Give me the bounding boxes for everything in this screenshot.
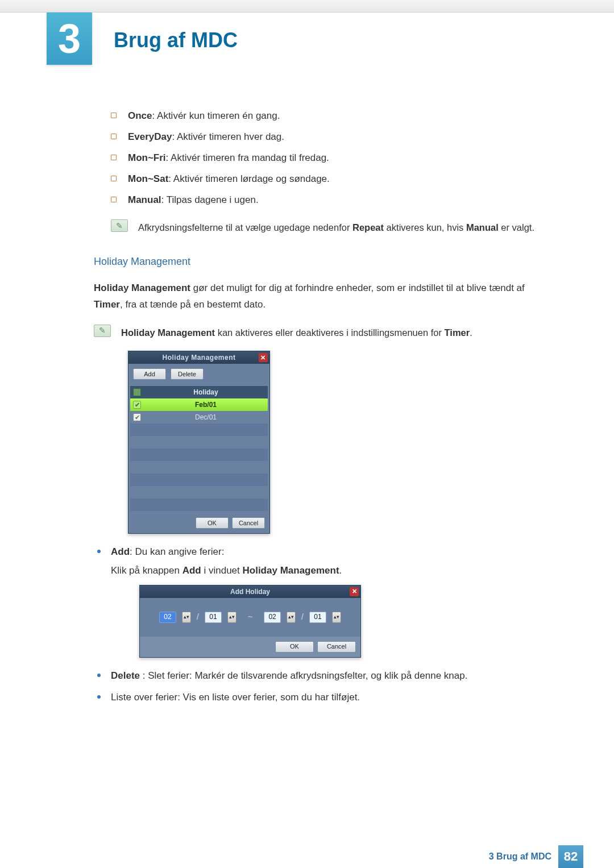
text-bold: Holiday Management	[94, 283, 190, 293]
table-row[interactable]: ✔ Feb/01	[130, 398, 268, 411]
page-root: 3 Brug af MDC Once: Aktivér kun timeren …	[0, 0, 614, 868]
text-bold: Repeat	[352, 222, 384, 232]
text-bold: Holiday Management	[243, 565, 339, 576]
chapter-badge: 3	[47, 13, 92, 65]
spinner-icon[interactable]: ▴▾	[332, 612, 341, 623]
repeat-option: Manual: Tilpas dagene i ugen.	[128, 192, 554, 209]
add-button[interactable]: Add	[133, 368, 166, 380]
text: .	[339, 565, 342, 576]
option-desc: : Aktivér timeren fra mandag til fredag.	[166, 152, 329, 163]
table-row-empty	[130, 423, 268, 436]
chapter-number: 3	[58, 15, 81, 62]
sub-text: Klik på knappen Add i vinduet Holiday Ma…	[111, 563, 554, 579]
dialog-title: Add Holiday	[230, 586, 270, 597]
note-icon: ✎	[94, 325, 111, 337]
spinner-icon[interactable]: ▴▾	[287, 612, 296, 623]
repeat-option: Once: Aktivér kun timeren én gang.	[128, 108, 554, 124]
column-header: Holiday	[144, 387, 268, 398]
list-item: Liste over ferier: Vis en liste over fer…	[105, 690, 554, 706]
cancel-button[interactable]: Cancel	[317, 641, 356, 653]
ok-button[interactable]: OK	[275, 641, 314, 653]
day-start-field[interactable]: 01	[205, 612, 222, 623]
header-check[interactable]	[130, 388, 144, 396]
hm-intro: Holiday Management gør det muligt for di…	[94, 280, 554, 313]
text: Klik på knappen	[111, 565, 182, 576]
footer-label: 3 Brug af MDC	[489, 852, 551, 862]
note-row: ✎ Afkrydsningsfelterne til at vælge uged…	[94, 219, 554, 235]
table-row[interactable]: ✔ Dec/01	[130, 411, 268, 423]
top-bar	[0, 0, 614, 13]
option-label: Mon~Sat	[128, 173, 168, 184]
text: , fra at tænde på en bestemt dato.	[120, 299, 265, 310]
text-bold: Add	[111, 546, 130, 557]
table-row-empty	[130, 486, 268, 499]
day-end-field[interactable]: 01	[309, 612, 326, 623]
page-footer: 3 Brug af MDC 82	[0, 845, 614, 868]
holiday-table: Holiday ✔ Feb/01 ✔ Dec/01	[128, 384, 269, 513]
text: : Du kan angive ferier:	[130, 546, 224, 557]
dialog-titlebar: Add Holiday ✕	[140, 585, 360, 598]
add-holiday-dialog: Add Holiday ✕ 02 ▴▾ / 01 ▴▾ ~ 02 ▴▾ / 01	[139, 585, 361, 658]
separator: /	[301, 610, 304, 624]
month-end-field[interactable]: 02	[264, 612, 281, 623]
dialog-toolbar: Add Delete	[128, 364, 269, 384]
holiday-management-dialog: Holiday Management ✕ Add Delete Holiday …	[128, 351, 270, 534]
spinner-icon[interactable]: ▴▾	[227, 612, 237, 623]
table-row-empty	[130, 436, 268, 448]
table-row-empty	[130, 474, 268, 486]
list-item: Delete : Slet ferier: Markér de tilsvare…	[105, 668, 554, 684]
close-icon[interactable]: ✕	[350, 587, 359, 596]
option-label: Manual	[128, 194, 161, 205]
repeat-option: Mon~Fri: Aktivér timeren fra mandag til …	[128, 150, 554, 167]
option-desc: : Aktivér kun timeren én gang.	[152, 110, 280, 121]
text: kan aktiveres eller deaktiveres i indsti…	[215, 327, 445, 338]
option-label: EveryDay	[128, 131, 172, 142]
text: Liste over ferier: Vis en liste over fer…	[111, 692, 360, 703]
text-bold: Delete	[111, 670, 140, 681]
row-value: Feb/01	[144, 399, 268, 410]
text-bold: Holiday Management	[121, 327, 215, 338]
text-bold: Timer	[445, 327, 470, 338]
delete-button[interactable]: Delete	[171, 368, 204, 380]
text-bold: Add	[182, 565, 201, 576]
month-start-field[interactable]: 02	[159, 612, 176, 623]
chapter-title: Brug af MDC	[114, 28, 238, 52]
table-row-empty	[130, 499, 268, 511]
row-value: Dec/01	[144, 412, 268, 423]
text-bold: Timer	[94, 299, 120, 310]
content: Once: Aktivér kun timeren én gang. Every…	[94, 108, 554, 712]
tilde-separator: ~	[242, 610, 258, 624]
repeat-option: Mon~Sat: Aktivér timeren lørdage og sønd…	[128, 171, 554, 188]
table-header-row: Holiday	[130, 386, 268, 398]
note-icon: ✎	[111, 219, 128, 232]
table-row-empty	[130, 448, 268, 461]
text: gør det muligt for dig at forhindre enhe…	[190, 283, 525, 293]
repeat-option: EveryDay: Aktivér timeren hver dag.	[128, 129, 554, 146]
note-row: ✎ Holiday Management kan aktiveres eller…	[94, 325, 554, 340]
text: Afkrydsningsfelterne til at vælge ugedag…	[138, 222, 352, 232]
cancel-button[interactable]: Cancel	[232, 517, 265, 529]
text: i vinduet	[201, 565, 243, 576]
close-icon[interactable]: ✕	[259, 353, 268, 362]
bullet-list: Add: Du kan angive ferier: Klik på knapp…	[94, 544, 554, 706]
option-label: Once	[128, 110, 152, 121]
note-text: Afkrydsningsfelterne til at vælge ugedag…	[138, 219, 554, 235]
page-number: 82	[558, 845, 583, 868]
repeat-options-list: Once: Aktivér kun timeren én gang. Every…	[94, 108, 554, 208]
dialog-footer: OK Cancel	[140, 637, 360, 657]
text: : Slet ferier: Markér de tilsvarende afk…	[140, 670, 467, 681]
table-row-empty	[130, 461, 268, 474]
option-desc: : Aktivér timeren lørdage og søndage.	[168, 173, 329, 184]
spinner-icon[interactable]: ▴▾	[182, 612, 191, 623]
row-checkbox[interactable]: ✔	[130, 413, 144, 421]
ok-button[interactable]: OK	[196, 517, 229, 529]
option-desc: : Aktivér timeren hver dag.	[172, 131, 284, 142]
text: .	[470, 327, 472, 338]
separator: /	[197, 610, 199, 624]
dialog-footer: OK Cancel	[128, 513, 269, 533]
dialog-body: 02 ▴▾ / 01 ▴▾ ~ 02 ▴▾ / 01 ▴▾	[140, 598, 360, 637]
option-desc: : Tilpas dagene i ugen.	[161, 194, 259, 205]
row-checkbox[interactable]: ✔	[130, 401, 144, 409]
option-label: Mon~Fri	[128, 152, 166, 163]
dialog-title: Holiday Management	[162, 352, 235, 363]
